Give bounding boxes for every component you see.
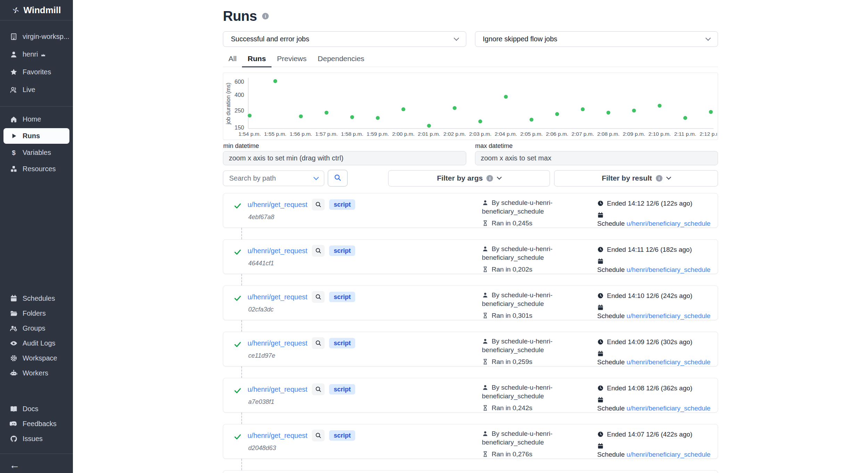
- run-by-line1: By schedule-u-henri-: [492, 245, 552, 252]
- sidebar-item-label: Audit Logs: [23, 339, 56, 347]
- chart-point[interactable]: [478, 119, 482, 123]
- run-path-link[interactable]: u/henri/get_request: [248, 432, 307, 440]
- chart-point[interactable]: [376, 116, 379, 120]
- chart-point[interactable]: [607, 111, 610, 115]
- chart-point[interactable]: [248, 114, 251, 118]
- sidebar-item-home[interactable]: Home: [0, 111, 73, 127]
- run-timeline-connector: [241, 413, 242, 424]
- run-id: ce11d97e: [248, 352, 275, 359]
- sidebar-item-schedules[interactable]: Schedules: [0, 291, 73, 306]
- filter-by-result-button[interactable]: Filter by result i: [554, 170, 718, 186]
- windmill-logo[interactable]: Windmill: [0, 0, 73, 20]
- schedule-path-link[interactable]: u/henri/beneficiary_schedule: [627, 266, 711, 273]
- sidebar-item-docs[interactable]: Docs: [0, 401, 73, 416]
- sidebar-item-variables[interactable]: $Variables: [0, 144, 73, 161]
- run-duration: Ran in 0,301s: [492, 312, 532, 319]
- sidebar-item-label: virgin-worksp...: [23, 33, 69, 41]
- user-icon: [482, 199, 489, 206]
- chart-point[interactable]: [632, 109, 636, 113]
- sidebar-item-workspace[interactable]: Workspace: [0, 351, 73, 366]
- run-path-link[interactable]: u/henri/get_request: [248, 339, 307, 347]
- run-by-line2: beneficiary_schedule: [482, 207, 552, 216]
- chart-point[interactable]: [299, 115, 303, 118]
- min-datetime-input[interactable]: [223, 151, 466, 165]
- max-datetime-input[interactable]: [475, 151, 718, 165]
- sidebar-item-feedbacks[interactable]: Feedbacks: [0, 416, 73, 431]
- inspect-run-button[interactable]: [312, 337, 325, 349]
- sidebar-item-groups[interactable]: Groups: [0, 321, 73, 336]
- info-icon[interactable]: i: [656, 175, 662, 182]
- chart-point[interactable]: [683, 116, 687, 120]
- runs-list: u/henri/get_request script 4ebf67a8 By s…: [223, 193, 718, 473]
- sidebar-item-audit-logs[interactable]: Audit Logs: [0, 336, 73, 351]
- sidebar-item-runs[interactable]: Runs: [3, 128, 69, 144]
- tab-previews[interactable]: Previews: [272, 50, 312, 67]
- run-path-link[interactable]: u/henri/get_request: [248, 385, 307, 393]
- search-icon: [315, 293, 322, 300]
- filter-by-args-button[interactable]: Filter by args i: [388, 170, 550, 186]
- schedule-path-link[interactable]: u/henri/beneficiary_schedule: [627, 312, 711, 320]
- chart-point[interactable]: [709, 110, 713, 114]
- sidebar-item-workers[interactable]: Workers: [0, 366, 73, 381]
- sidebar-item-resources[interactable]: Resources: [0, 161, 73, 177]
- run-path-link[interactable]: u/henri/get_request: [248, 247, 307, 255]
- sidebar-item-favorites[interactable]: Favorites: [0, 63, 73, 81]
- chart-point[interactable]: [325, 111, 328, 115]
- run-card[interactable]: u/henri/get_request script 4ebf67a8 By s…: [223, 193, 718, 228]
- search-by-path-select[interactable]: Search by path: [223, 171, 324, 186]
- info-icon[interactable]: i: [486, 175, 493, 182]
- search-button[interactable]: [328, 170, 348, 186]
- run-card[interactable]: u/henri/get_request script 46441cf1 By s…: [223, 239, 718, 274]
- run-card[interactable]: u/henri/get_request script By schedule-u…: [223, 470, 718, 473]
- run-card[interactable]: u/henri/get_request script d2048d63 By s…: [223, 424, 718, 459]
- inspect-run-button[interactable]: [312, 291, 325, 303]
- runs-duration-chart[interactable]: job duration (ms)6004002501501:54 p.m.1:…: [223, 73, 718, 140]
- sidebar-item-henri[interactable]: henri: [0, 45, 73, 63]
- run-card[interactable]: u/henri/get_request script 02cfa3dc By s…: [223, 285, 718, 320]
- sidebar-item-folders[interactable]: Folders: [0, 306, 73, 321]
- run-card[interactable]: u/henri/get_request script ce11d97e By s…: [223, 332, 718, 366]
- tab-runs[interactable]: Runs: [242, 50, 272, 67]
- run-schedule-info: Ended 14:08 12/6 (362s ago) Schedule u/h…: [597, 384, 718, 413]
- schedule-path-link[interactable]: u/henri/beneficiary_schedule: [627, 405, 711, 412]
- chart-point[interactable]: [350, 115, 354, 119]
- skipped-flows-dropdown[interactable]: Ignore skipped flow jobs: [475, 31, 718, 47]
- clock-icon: [597, 200, 604, 207]
- chart-point[interactable]: [401, 107, 405, 111]
- schedule-path-link[interactable]: u/henri/beneficiary_schedule: [627, 358, 711, 366]
- user-icon: [482, 430, 489, 437]
- inspect-run-button[interactable]: [312, 383, 325, 395]
- run-path-link[interactable]: u/henri/get_request: [248, 201, 307, 209]
- schedule-path-link[interactable]: u/henri/beneficiary_schedule: [627, 451, 711, 458]
- schedule-path-link[interactable]: u/henri/beneficiary_schedule: [627, 220, 711, 227]
- run-card[interactable]: u/henri/get_request script a7e038f1 By s…: [223, 378, 718, 413]
- run-trigger-info: By schedule-u-henri- beneficiary_schedul…: [482, 244, 552, 274]
- chart-point[interactable]: [555, 112, 559, 116]
- user-icon: [482, 384, 489, 391]
- gear-icon: [9, 354, 18, 363]
- job-kind-dropdown[interactable]: Successful and error jobs: [223, 31, 466, 47]
- sidebar-item-label: Docs: [23, 405, 39, 413]
- inspect-run-button[interactable]: [312, 430, 325, 441]
- chart-point[interactable]: [453, 106, 457, 110]
- chart-point[interactable]: [273, 79, 277, 83]
- tab-dependencies[interactable]: Dependencies: [312, 50, 370, 67]
- chart-point[interactable]: [529, 118, 533, 122]
- run-by-line2: beneficiary_schedule: [482, 438, 552, 447]
- inspect-run-button[interactable]: [312, 245, 325, 257]
- inspect-run-button[interactable]: [312, 199, 325, 210]
- sidebar-item-virgin-worksp[interactable]: virgin-worksp...: [0, 28, 73, 45]
- chart-point[interactable]: [504, 95, 508, 99]
- chevron-down-icon: [497, 175, 502, 180]
- info-icon[interactable]: i: [262, 13, 269, 19]
- chart-point[interactable]: [581, 107, 585, 111]
- chart-point[interactable]: [427, 124, 431, 128]
- tab-all[interactable]: All: [223, 50, 242, 67]
- sidebar-item-issues[interactable]: Issues: [0, 431, 73, 446]
- calendar-icon: [597, 397, 604, 403]
- chart-point[interactable]: [658, 104, 661, 108]
- run-path-link[interactable]: u/henri/get_request: [248, 293, 307, 301]
- run-id: d2048d63: [248, 445, 276, 452]
- sidebar-item-live[interactable]: Live: [0, 81, 73, 99]
- collapse-sidebar-button[interactable]: ←: [9, 460, 20, 470]
